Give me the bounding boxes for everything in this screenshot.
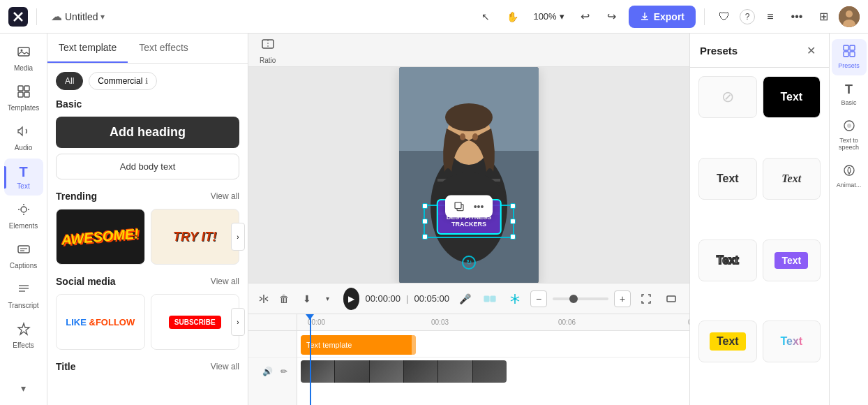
text-label: Text bbox=[17, 182, 29, 190]
undo-button[interactable]: ↩ bbox=[574, 6, 597, 28]
canvas-frame: BRAND BEST FITNESS TRACKERS ••• ↻ bbox=[399, 67, 539, 283]
file-title-area[interactable]: ☁ Untitled ▾ bbox=[51, 10, 105, 23]
trending-item-awesome[interactable]: AWESOME! bbox=[56, 209, 145, 265]
sidebar-item-audio[interactable]: Audio bbox=[4, 119, 43, 157]
canvas-controls: ••• bbox=[445, 195, 493, 217]
video-clip[interactable] bbox=[301, 360, 507, 383]
left-panel: Text template Text effects All Commercia… bbox=[47, 34, 248, 405]
social-item-subscribe[interactable]: SUBSCRIBE bbox=[151, 294, 240, 350]
timeline-ruler: 00:00 00:03 00:06 00:09 00:12 bbox=[297, 314, 689, 331]
aspect-button[interactable] bbox=[661, 289, 681, 309]
svg-line-43 bbox=[265, 299, 268, 301]
zoom-in-button[interactable]: + bbox=[614, 290, 631, 307]
far-right-basic[interactable]: T Basic bbox=[832, 77, 867, 112]
zoom-out-button[interactable]: − bbox=[530, 290, 547, 307]
play-button[interactable]: ▶ bbox=[343, 288, 360, 310]
text-template-clip[interactable]: Text template bbox=[301, 335, 416, 355]
trending-scroll-arrow[interactable]: › bbox=[231, 223, 245, 251]
handle-tr[interactable] bbox=[510, 203, 516, 209]
app-logo[interactable] bbox=[8, 7, 28, 27]
playhead[interactable] bbox=[310, 314, 311, 405]
svg-rect-9 bbox=[18, 92, 23, 97]
preset-serif[interactable]: Text bbox=[763, 158, 821, 200]
layout-button[interactable]: ⊞ bbox=[812, 6, 835, 28]
svg-rect-55 bbox=[850, 52, 855, 57]
preset-blocked[interactable]: ⊘ bbox=[698, 76, 757, 118]
expand-sidebar-button[interactable]: ▾ bbox=[4, 377, 43, 399]
delete-button[interactable]: 🗑 bbox=[277, 289, 292, 309]
presets-title: Presets bbox=[700, 45, 738, 57]
download-button[interactable]: ⬇ bbox=[297, 289, 317, 309]
split-clip-button[interactable] bbox=[480, 289, 500, 309]
help-button[interactable]: ? bbox=[740, 9, 755, 24]
hand-tool-button[interactable]: ✋ bbox=[501, 6, 523, 28]
svg-line-50 bbox=[515, 299, 519, 301]
social-scroll-arrow[interactable]: › bbox=[231, 308, 245, 336]
zoom-control[interactable]: 100% ▾ bbox=[527, 8, 569, 24]
preset-outline-label: Text bbox=[717, 254, 739, 267]
expand-icon: ▾ bbox=[21, 383, 26, 394]
media-icon bbox=[17, 45, 31, 62]
far-right-tts[interactable]: Text to speech bbox=[832, 114, 867, 158]
title-view-all[interactable]: View all bbox=[211, 362, 239, 371]
preset-yellow-bg[interactable]: Text bbox=[698, 321, 757, 362]
ratio-icon bbox=[260, 36, 276, 55]
menu-button[interactable]: ≡ bbox=[759, 6, 781, 28]
tab-text-effects[interactable]: Text effects bbox=[128, 34, 200, 63]
sidebar-item-templates[interactable]: Templates bbox=[4, 79, 43, 117]
presets-header: Presets ✕ bbox=[690, 34, 829, 68]
align-button[interactable] bbox=[505, 289, 525, 309]
timeline-split-button[interactable] bbox=[257, 289, 271, 309]
trending-item-tryit[interactable]: TRY IT! bbox=[151, 209, 240, 265]
preset-gradient[interactable]: Text bbox=[763, 321, 821, 362]
canvas-more-button[interactable]: ••• bbox=[470, 198, 487, 214]
zoom-slider[interactable] bbox=[553, 297, 608, 300]
preset-plain[interactable]: Text bbox=[698, 158, 757, 200]
zoom-slider-thumb[interactable] bbox=[569, 295, 578, 303]
export-button[interactable]: Export bbox=[629, 6, 696, 28]
far-right-animate[interactable]: Animat... bbox=[832, 159, 867, 195]
sidebar-item-effects[interactable]: Effects bbox=[4, 316, 43, 355]
svg-line-49 bbox=[515, 297, 519, 299]
add-heading-button[interactable]: Add heading bbox=[56, 117, 239, 148]
preset-black[interactable]: Text bbox=[763, 76, 821, 118]
social-item-like[interactable]: LIKE &FOLLOW bbox=[56, 294, 145, 350]
filter-commercial-button[interactable]: Commercial ℹ bbox=[89, 72, 157, 90]
cursor-tool-button[interactable]: ↖ bbox=[474, 6, 497, 28]
sidebar-item-elements[interactable]: Elements bbox=[4, 197, 43, 235]
far-right-presets[interactable]: Presets bbox=[832, 39, 867, 75]
more-button[interactable]: ••• bbox=[786, 6, 808, 28]
preset-outline[interactable]: Text bbox=[698, 240, 757, 281]
download-caret-button[interactable]: ▾ bbox=[318, 289, 338, 309]
trending-view-all[interactable]: View all bbox=[211, 191, 239, 201]
redo-button[interactable]: ↪ bbox=[601, 6, 623, 28]
svg-line-47 bbox=[511, 297, 515, 299]
canvas-copy-button[interactable] bbox=[451, 198, 467, 214]
handle-br[interactable] bbox=[510, 234, 516, 240]
add-body-button[interactable]: Add body text bbox=[56, 154, 239, 179]
clip-end-handle[interactable] bbox=[412, 335, 416, 355]
mic-button[interactable]: 🎤 bbox=[455, 289, 474, 309]
tab-text-template[interactable]: Text template bbox=[47, 34, 128, 63]
handle-mr[interactable] bbox=[510, 219, 516, 224]
fullscreen-button[interactable] bbox=[636, 289, 656, 309]
handle-bl[interactable] bbox=[422, 234, 428, 240]
avatar[interactable] bbox=[839, 6, 860, 27]
sidebar-item-text[interactable]: T Text bbox=[4, 159, 43, 196]
handle-tl[interactable] bbox=[422, 203, 428, 209]
rotate-handle[interactable]: ↻ bbox=[462, 256, 476, 270]
filter-all-button[interactable]: All bbox=[56, 72, 83, 90]
sidebar-item-media[interactable]: Media bbox=[4, 39, 43, 78]
shield-icon-button[interactable]: 🛡 bbox=[713, 6, 735, 28]
ratio-button[interactable]: Ratio bbox=[254, 34, 281, 67]
preset-purple[interactable]: Text bbox=[763, 240, 821, 281]
svg-line-42 bbox=[265, 297, 268, 299]
sidebar-item-transcript[interactable]: Transcript bbox=[4, 277, 43, 315]
edit-button[interactable]: ✏ bbox=[277, 364, 291, 378]
sidebar-item-captions[interactable]: Captions bbox=[4, 237, 43, 275]
social-view-all[interactable]: View all bbox=[211, 277, 239, 286]
video-strip bbox=[301, 360, 507, 383]
handle-ml[interactable] bbox=[422, 219, 428, 224]
volume-button[interactable]: 🔊 bbox=[260, 364, 274, 378]
presets-close-button[interactable]: ✕ bbox=[802, 42, 819, 59]
